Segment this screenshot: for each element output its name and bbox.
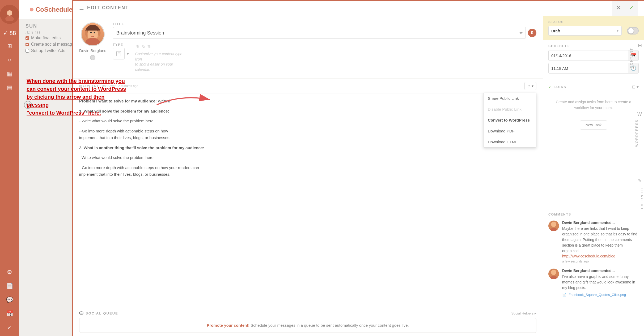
right-rail-wp-icon[interactable]: W (637, 111, 642, 117)
share-public-button[interactable]: ⊙ ▾ (524, 82, 536, 90)
date-field: 📅 (548, 50, 639, 61)
social-queue-header: 💬 SOCIAL QUEUE Social Helpers ▸ (79, 311, 536, 315)
status-select[interactable]: Draft (548, 26, 622, 36)
toolbar-right: ⊙ ▾ Share Public Link Disable Public Lin… (524, 82, 536, 90)
calendar-icon[interactable]: ▦ (3, 67, 16, 80)
time-field: 🕐 (548, 63, 639, 74)
type-help-text: ✎ ✎ ✎ Customize your content type icon t… (135, 43, 188, 72)
grid-icon[interactable]: ⊞ (3, 40, 16, 53)
task-checkbox[interactable] (26, 36, 29, 40)
svg-point-2 (7, 10, 12, 16)
schedule-label: SCHEDULE (548, 44, 639, 48)
check-icon[interactable]: ✓ (3, 321, 16, 334)
right-rail-evernote-icon[interactable]: ✎ (638, 178, 642, 184)
svg-point-13 (550, 228, 557, 231)
commenter-name: Devin Berglund commented... (562, 269, 639, 273)
time-input[interactable] (549, 63, 628, 73)
date-input[interactable] (549, 50, 628, 61)
comment-body: Devin Berglund commented... I've also ha… (562, 269, 639, 297)
share-public-link-item[interactable]: Share Public Link (484, 93, 536, 104)
tasks-view-toggle[interactable]: ⊞ ▾ (632, 84, 639, 89)
comment-text: Maybe there are links that I want to kee… (562, 226, 639, 254)
download-html-item[interactable]: Download HTML (484, 136, 536, 147)
comment-item: Devin Berglund commented... Maybe there … (548, 221, 639, 263)
commenter-name: Devin Berglund commented... (562, 221, 639, 225)
comment-link[interactable]: http://www.coschedule.com/blog (562, 254, 615, 258)
type-content-icon[interactable] (113, 48, 125, 59)
tasks-header: ✓ TASKS ⊞ ▾ (548, 84, 639, 89)
content-editor[interactable]: ▤ CONTENT Last Saved: 2 minutes ago ⊙ ▾ … (73, 79, 543, 308)
calendar-small-icon[interactable]: 📅 (3, 307, 16, 320)
schedule-section: SCHEDULE 📅 🕐 (543, 40, 644, 80)
comment-text: I've also have a graphic and some funny … (562, 274, 639, 291)
modal-header: ☰ EDIT CONTENT ✕ ✓ (73, 0, 644, 16)
user-avatar[interactable] (0, 5, 19, 24)
download-pdf-item[interactable]: Download PDF (484, 126, 536, 136)
evernote-rail-label: Evernote (640, 186, 644, 209)
chat-icon[interactable]: 💬 (3, 294, 16, 306)
author-section: Devin Berglund (79, 22, 107, 72)
comment-item: Devin Berglund commented... I've also ha… (548, 269, 639, 297)
author-name: Devin Berglund (79, 48, 107, 53)
comments-label: COMMENTS (548, 213, 639, 216)
modal-body: Devin Berglund TITLE Brainstorming Sessi… (73, 16, 644, 336)
wordpress-rail-label: WordPress (635, 119, 639, 147)
task-label: Make final edits (31, 36, 61, 40)
social-queue-promo: Promote your content! Schedule your mess… (79, 318, 536, 333)
share-dropdown-menu: Share Public Link Disable Public Link Co… (483, 93, 536, 148)
chat-bubble-icon: 💬 (79, 311, 84, 315)
task-checkbox[interactable] (26, 43, 29, 46)
chart-icon[interactable]: ▤ (3, 81, 16, 94)
title-select[interactable]: Brainstorming Session (113, 27, 526, 39)
status-section: STATUS Draft (543, 16, 644, 40)
type-dropdown-icon[interactable]: ▾ (127, 51, 129, 56)
type-field-group: TYPE (113, 43, 536, 72)
status-select-wrapper: Draft (548, 26, 622, 36)
annotation-box: When done with the brainstorming you can… (27, 77, 128, 117)
status-toggle[interactable] (627, 27, 639, 35)
comment-timestamp: a few seconds ago (562, 260, 639, 263)
svg-point-7 (94, 32, 95, 33)
share-chevron: ▾ (532, 84, 533, 88)
status-row: Draft (548, 26, 639, 36)
document-icon[interactable]: 📄 (3, 280, 16, 292)
commenter-avatar (548, 221, 559, 231)
editor-content-area[interactable]: Problem I want to solve for my audience:… (79, 96, 536, 183)
editor-line-7: --Go into more depth with actionable ste… (79, 164, 536, 178)
svg-rect-8 (117, 51, 121, 56)
editor-line-6: - Write what would solve the problem her… (79, 154, 536, 161)
editor-line-5: 2. What is another thing that'll solve t… (79, 144, 536, 151)
title-row: Brainstorming Session 0 (113, 27, 536, 39)
notification-badge: ✓ 88 (0, 29, 19, 38)
annotation-arrow (154, 92, 213, 109)
social-helpers-link[interactable]: Social Helpers ▸ (511, 311, 536, 315)
svg-point-15 (550, 276, 557, 279)
type-icon-section: ▾ (113, 48, 129, 59)
close-button[interactable]: ✕ (612, 0, 625, 16)
new-task-button[interactable]: New Task (580, 120, 607, 130)
modal-title: EDIT CONTENT (87, 5, 612, 11)
comment-body: Devin Berglund commented... Maybe there … (562, 221, 639, 263)
editor-line-4: --Go into more depth with actionable ste… (79, 128, 536, 141)
tasks-section: ✓ TASKS ⊞ ▾ Create and assign tasks from… (543, 80, 644, 208)
sidebar-bottom-icons: ⚙ 📄 💬 📅 ✓ (0, 264, 19, 336)
brand-name: CoSchedule (36, 6, 73, 13)
social-queue-label: 💬 SOCIAL QUEUE (79, 311, 118, 315)
comment-attachment[interactable]: 📄 Facebook_Square_Quotes_Click.png (562, 293, 639, 297)
modal-right-panel: STATUS Draft S (543, 16, 644, 336)
task-checkbox[interactable] (26, 49, 29, 53)
title-type-section: TITLE Brainstorming Session 0 (113, 22, 536, 72)
attachment-name: Facebook_Square_Quotes_Click.png (569, 293, 626, 297)
author-avatar-image (82, 23, 104, 45)
right-rail-expand-icon[interactable]: ⊟ (638, 42, 642, 48)
confirm-button[interactable]: ✓ (625, 0, 638, 16)
modal-left-panel: Devin Berglund TITLE Brainstorming Sessi… (73, 16, 543, 336)
sidebar: ✓ 88 ⊞ ○ ▦ ▤ ⚙ 📄 💬 📅 ✓ (0, 0, 19, 336)
brand: CoSchedule (26, 6, 77, 13)
content-meta-section: Devin Berglund TITLE Brainstorming Sessi… (73, 16, 543, 79)
commenter-avatar (548, 269, 559, 279)
circle-icon[interactable]: ○ (3, 54, 16, 66)
gear-icon[interactable]: ⚙ (3, 266, 16, 279)
convert-to-wordpress-item[interactable]: Convert to WordPress (484, 115, 536, 126)
author-dropdown-icon[interactable] (90, 55, 95, 60)
